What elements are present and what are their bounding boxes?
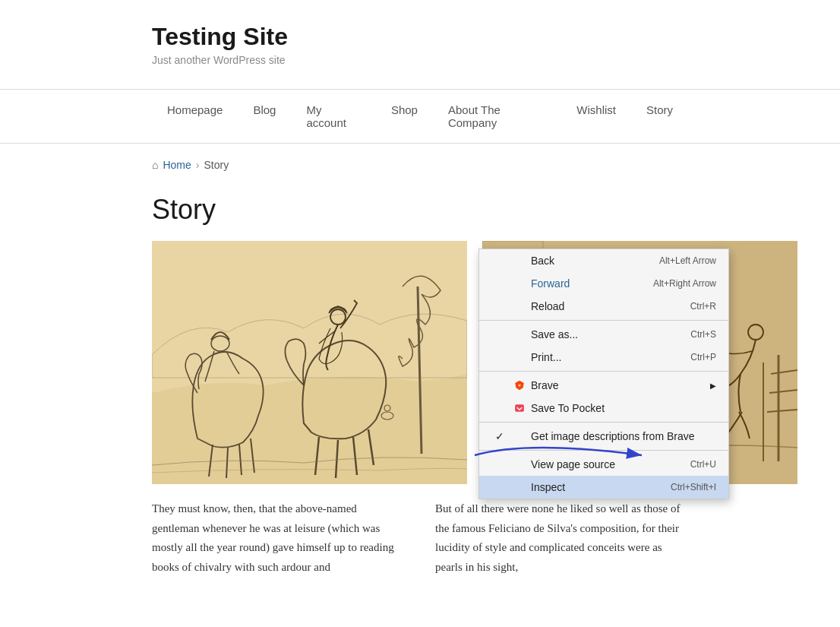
breadcrumb: ⌂ Home › Story xyxy=(0,144,840,186)
context-menu-divider xyxy=(479,371,728,372)
menu-item-shortcut: Ctrl+Shift+I xyxy=(671,482,716,492)
site-tagline: Just another WordPress site xyxy=(152,54,840,66)
menu-item-shortcut: Alt+Right Arrow xyxy=(653,278,716,289)
context-menu-item-save-to-pocket[interactable]: Save To Pocket xyxy=(479,397,728,420)
menu-item-shortcut: Ctrl+S xyxy=(690,329,716,340)
menu-item-shortcut: Ctrl+U xyxy=(690,459,716,470)
check-icon: ✓ xyxy=(491,430,508,442)
menu-item-shortcut: Alt+Left Arrow xyxy=(659,255,716,266)
context-menu-item-forward[interactable]: ForwardAlt+Right Arrow xyxy=(479,272,728,295)
menu-item-label: Brave xyxy=(531,379,710,391)
menu-item-label: Reload xyxy=(531,300,675,312)
context-menu-divider xyxy=(479,450,728,451)
menu-item-shortcut: Ctrl+R xyxy=(690,301,716,312)
home-icon: ⌂ xyxy=(152,159,158,171)
menu-item-label: Inspect xyxy=(531,481,655,493)
menu-item-label: View page source xyxy=(531,458,675,470)
page-title: Story xyxy=(152,194,688,226)
submenu-arrow-icon: ▶ xyxy=(710,382,716,390)
menu-icon xyxy=(511,403,528,413)
menu-item-shortcut: Ctrl+P xyxy=(690,352,716,363)
nav-item-about-the-company[interactable]: About The Company xyxy=(433,90,561,143)
context-menu-item-back[interactable]: BackAlt+Left Arrow xyxy=(479,249,728,272)
menu-item-label: Back xyxy=(531,255,644,267)
menu-icon xyxy=(511,380,528,391)
nav-item-story[interactable]: Story xyxy=(631,90,688,130)
context-menu-divider xyxy=(479,422,728,423)
context-menu-item-brave[interactable]: Brave▶ xyxy=(479,374,728,397)
menu-item-label: Save as... xyxy=(531,328,675,340)
menu-item-label: Save To Pocket xyxy=(531,402,716,414)
image-row: BackAlt+Left ArrowForwardAlt+Right Arrow… xyxy=(152,241,688,484)
left-image xyxy=(152,241,467,484)
text-col-left: They must know, then, that the above-nam… xyxy=(152,499,405,577)
menu-item-label: Print... xyxy=(531,351,675,363)
context-menu-item-get-image-descriptions-from-brave[interactable]: ✓Get image descriptions from Brave xyxy=(479,425,728,448)
context-menu-item-view-page-source[interactable]: View page sourceCtrl+U xyxy=(479,453,728,476)
context-menu-divider xyxy=(479,320,728,321)
nav-item-blog[interactable]: Blog xyxy=(238,90,291,130)
nav-item-my-account[interactable]: My account xyxy=(291,90,375,143)
context-menu: BackAlt+Left ArrowForwardAlt+Right Arrow… xyxy=(478,249,729,499)
main-nav: HomepageBlogMy accountShopAbout The Comp… xyxy=(0,89,840,144)
context-menu-item-save-as[interactable]: Save as...Ctrl+S xyxy=(479,323,728,346)
context-menu-item-reload[interactable]: ReloadCtrl+R xyxy=(479,295,728,318)
page-content: Story xyxy=(0,186,840,607)
menu-item-label: Get image descriptions from Brave xyxy=(531,430,716,442)
context-menu-item-print[interactable]: Print...Ctrl+P xyxy=(479,346,728,369)
site-title: Testing Site xyxy=(152,23,840,51)
breadcrumb-home-link[interactable]: Home xyxy=(163,159,191,171)
text-row: They must know, then, that the above-nam… xyxy=(152,499,688,577)
breadcrumb-current: Story xyxy=(204,159,229,171)
nav-item-wishlist[interactable]: Wishlist xyxy=(561,90,631,130)
breadcrumb-sep: › xyxy=(196,159,200,171)
context-menu-item-inspect[interactable]: InspectCtrl+Shift+I xyxy=(479,476,728,499)
text-col-right: But of all there were none he liked so w… xyxy=(435,499,688,577)
menu-item-label: Forward xyxy=(531,277,638,290)
nav-item-homepage[interactable]: Homepage xyxy=(152,90,238,130)
nav-item-shop[interactable]: Shop xyxy=(376,90,433,130)
